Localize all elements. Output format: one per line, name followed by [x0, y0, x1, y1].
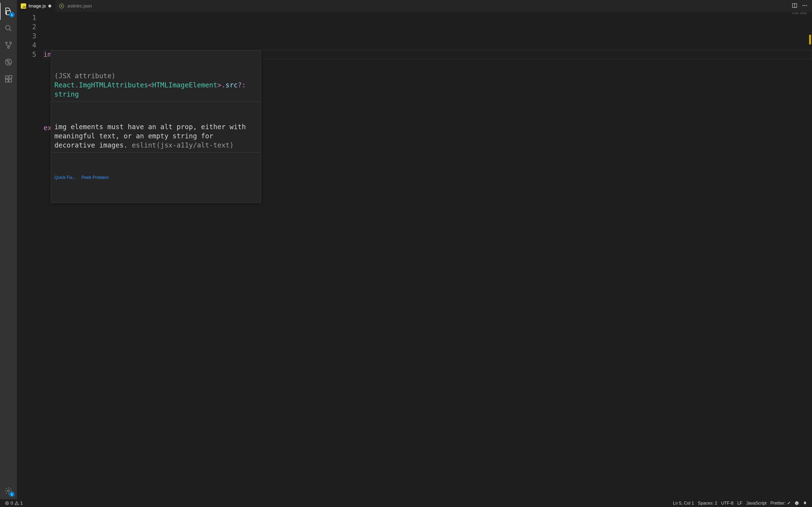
- status-cursor-position[interactable]: Ln 5, Col 1: [671, 501, 696, 506]
- lint-source: eslint(jsx-a11y/alt-text): [132, 141, 234, 149]
- search-icon[interactable]: [0, 20, 17, 37]
- explorer-badge: 1: [9, 12, 14, 17]
- status-indentation[interactable]: Spaces: 2: [696, 501, 719, 506]
- source-control-icon[interactable]: [0, 37, 17, 54]
- error-icon: [5, 501, 9, 505]
- line-number: 1: [17, 13, 36, 22]
- peek-problem-link[interactable]: Peek Problem: [82, 173, 109, 182]
- tab-label: .eslintrc.json: [66, 3, 92, 9]
- svg-point-0: [6, 25, 10, 30]
- svg-point-13: [806, 5, 807, 6]
- token: ImgHTMLAttributes: [79, 81, 148, 89]
- svg-point-15: [795, 501, 799, 505]
- status-notifications-icon[interactable]: [801, 501, 809, 505]
- svg-point-2: [10, 42, 11, 44]
- line-number: 4: [17, 41, 36, 50]
- svg-rect-6: [5, 79, 8, 82]
- check-icon: ✓: [787, 501, 791, 506]
- svg-point-12: [804, 5, 805, 6]
- token: src: [225, 81, 238, 89]
- svg-point-17: [797, 503, 798, 503]
- activity-bar: 1 1: [0, 0, 17, 499]
- svg-point-1: [6, 42, 7, 44]
- svg-rect-7: [9, 79, 11, 82]
- minimap-warning-marker[interactable]: [809, 35, 811, 44]
- minimap[interactable]: [807, 12, 812, 499]
- warning-icon: [14, 501, 19, 505]
- tab-image-js[interactable]: JS Image.js: [17, 0, 55, 12]
- line-number: 3: [17, 32, 36, 41]
- hover-tooltip: (JSX attribute) React.ImgHTMLAttributes<…: [51, 50, 261, 203]
- svg-point-9: [7, 490, 10, 492]
- token: React: [54, 81, 75, 89]
- tab-label: Image.js: [29, 3, 46, 9]
- debug-icon[interactable]: [0, 54, 17, 70]
- settings-gear-icon[interactable]: 1: [0, 483, 17, 499]
- error-count: 0: [11, 501, 13, 506]
- svg-point-11: [803, 5, 804, 6]
- hover-actions: Quick Fix... Peek Problem: [51, 171, 261, 184]
- editor-tabs: JS Image.js .eslintrc.json: [17, 0, 812, 12]
- svg-rect-5: [5, 76, 8, 78]
- status-feedback-icon[interactable]: [793, 501, 801, 505]
- tab-eslintrc-json[interactable]: .eslintrc.json: [55, 0, 96, 12]
- json-file-icon: [59, 4, 64, 8]
- status-problems[interactable]: 0 1: [3, 501, 24, 506]
- quick-fix-link[interactable]: Quick Fix...: [54, 173, 76, 182]
- minimap-preview: [792, 12, 807, 14]
- line-number: 2: [17, 22, 36, 32]
- warning-count: 1: [20, 501, 23, 506]
- split-editor-icon[interactable]: [792, 3, 798, 9]
- code-body[interactable]: import React from 'react'; export const …: [44, 12, 812, 499]
- hover-lint-message: img elements must have an alt prop, eith…: [51, 120, 261, 153]
- status-encoding[interactable]: UTF-8: [719, 501, 735, 506]
- status-prettier[interactable]: Prettier: ✓: [768, 501, 793, 506]
- svg-rect-8: [9, 75, 12, 78]
- js-file-icon: JS: [21, 3, 26, 9]
- explorer-icon[interactable]: 1: [0, 3, 17, 20]
- code-editor[interactable]: 1 2 3 4 5 import React from 'react'; exp…: [17, 12, 812, 499]
- line-number-gutter: 1 2 3 4 5: [17, 12, 44, 499]
- token: (JSX attribute): [54, 72, 115, 80]
- status-bar: 0 1 Ln 5, Col 1 Spaces: 2 UTF-8 LF JavaS…: [0, 499, 812, 507]
- token: ?:: [238, 81, 246, 89]
- editor-area: JS Image.js .eslintrc.json 1 2: [17, 0, 812, 499]
- hover-signature: (JSX attribute) React.ImgHTMLAttributes<…: [51, 69, 261, 102]
- token: HTMLImageElement: [152, 81, 217, 89]
- extensions-icon[interactable]: [0, 70, 17, 88]
- more-actions-icon[interactable]: [802, 3, 808, 9]
- settings-badge: 1: [9, 492, 14, 497]
- status-language-mode[interactable]: JavaScript: [744, 501, 768, 506]
- dirty-indicator-icon: [48, 5, 51, 7]
- line-number: 5: [17, 50, 36, 59]
- status-eol[interactable]: LF: [735, 501, 744, 506]
- token: string: [54, 90, 79, 98]
- svg-point-3: [7, 47, 9, 48]
- svg-point-16: [796, 503, 796, 503]
